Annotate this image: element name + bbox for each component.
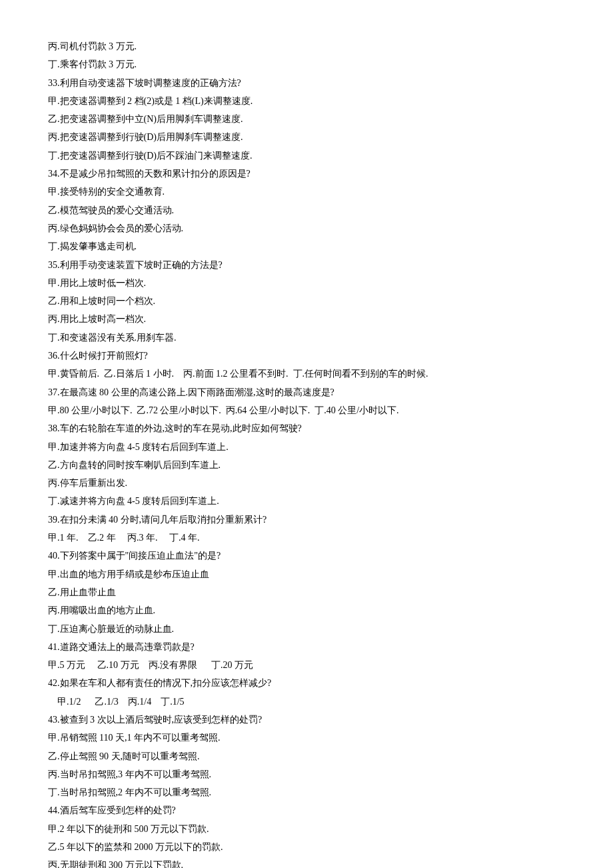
text-line: 38.车的右轮胎在车道的外边,这时的车在晃动,此时应如何驾驶?: [48, 419, 565, 437]
text-line: 甲.把变速器调整到 2 档(2)或是 1 档(L)来调整速度.: [48, 92, 565, 110]
text-line: 丙.司机付罚款 3 万元.: [48, 37, 565, 55]
text-line: 甲.用比上坡时低一档次.: [48, 274, 565, 292]
text-line: 丙.绿色妈妈协会会员的爱心活动.: [48, 219, 565, 237]
text-line: 甲.黄昏前后. 乙.日落后 1 小时. 丙.前面 1.2 公里看不到时. 丁.任…: [48, 365, 565, 383]
text-line: 甲.出血的地方用手绢或是纱布压迫止血: [48, 565, 565, 583]
text-line: 丙.把变速器调整到行驶(D)后用脚刹车调整速度.: [48, 128, 565, 146]
text-line: 乙.模范驾驶员的爱心交通活动.: [48, 201, 565, 219]
text-line: 39.在扣分未满 40 分时,请问几年后取消扣分重新累计?: [48, 511, 565, 529]
document-content: 丙.司机付罚款 3 万元.丁.乘客付罚款 3 万元.33.利用自动变速器下坡时调…: [48, 37, 565, 868]
text-line: 甲.吊销驾照 110 天,1 年内不可以重考驾照.: [48, 729, 565, 747]
text-line: 乙.用和上坡时同一个档次.: [48, 292, 565, 310]
text-line: 丙.停车后重新出发.: [48, 474, 565, 492]
text-line: 40.下列答案中属于"间接压迫止血法"的是?: [48, 547, 565, 565]
text-line: 丁.当时吊扣驾照,2 年内不可以重考驾照.: [48, 783, 565, 801]
text-line: 甲.1/2 乙.1/3 丙.1/4 丁.1/5: [48, 693, 565, 711]
text-line: 42.如果在车和人都有责任的情况下,扣分应该怎样减少?: [48, 674, 565, 692]
text-line: 34.不是减少吊扣驾照的天数和累计扣分的原因是?: [48, 165, 565, 183]
text-line: 丁.减速并将方向盘 4-5 度转后回到车道上.: [48, 492, 565, 510]
text-line: 甲.5 万元 乙.10 万元 丙.没有界限 丁.20 万元: [48, 656, 565, 674]
text-line: 41.道路交通法上的最高违章罚款是?: [48, 638, 565, 656]
text-line: 甲.加速并将方向盘 4-5 度转右后回到车道上.: [48, 438, 565, 456]
text-line: 37.在最高速 80 公里的高速公路上.因下雨路面潮湿,这时的最高速度是?: [48, 383, 565, 401]
text-line: 丁.和变速器没有关系.用刹车器.: [48, 329, 565, 347]
text-line: 甲.80 公里/小时以下. 乙.72 公里/小时以下. 丙.64 公里/小时以下…: [48, 401, 565, 419]
text-line: 甲.1 年. 乙.2 年 丙.3 年. 丁.4 年.: [48, 529, 565, 547]
text-line: 43.被查到 3 次以上酒后驾驶时,应该受到怎样的处罚?: [48, 711, 565, 729]
document-page: 丙.司机付罚款 3 万元.丁.乘客付罚款 3 万元.33.利用自动变速器下坡时调…: [0, 0, 613, 868]
text-line: 丁.乘客付罚款 3 万元.: [48, 55, 565, 73]
text-line: 乙.5 年以下的监禁和 2000 万元以下的罚款.: [48, 838, 565, 856]
text-line: 甲.接受特别的安全交通教育.: [48, 183, 565, 201]
text-line: 35.利用手动变速装置下坡时正确的方法是?: [48, 256, 565, 274]
text-line: 丙.当时吊扣驾照,3 年内不可以重考驾照.: [48, 765, 565, 783]
text-line: 丙.用比上坡时高一档次.: [48, 310, 565, 328]
text-line: 乙.停止驾照 90 天,随时可以重考驾照.: [48, 747, 565, 765]
text-line: 乙.把变速器调整到中立(N)后用脚刹车调整速度.: [48, 110, 565, 128]
text-line: 甲.2 年以下的徒刑和 500 万元以下罚款.: [48, 820, 565, 838]
text-line: 乙.方向盘转的同时按车喇叭后回到车道上.: [48, 456, 565, 474]
text-line: 丙.用嘴吸出血的地方止血.: [48, 601, 565, 619]
text-line: 乙.用止血带止血: [48, 583, 565, 601]
text-line: 丁.压迫离心脏最近的动脉止血.: [48, 620, 565, 638]
text-line: 33.利用自动变速器下坡时调整速度的正确方法?: [48, 74, 565, 92]
text-line: 丁.把变速器调整到行驶(D)后不踩油门来调整速度.: [48, 147, 565, 165]
text-line: 36.什么时候打开前照灯?: [48, 347, 565, 365]
text-line: 44.酒后驾车应受到怎样的处罚?: [48, 801, 565, 819]
text-line: 丁.揭发肇事逃走司机.: [48, 237, 565, 255]
text-line: 丙.无期徒刑和 300 万元以下罚款.: [48, 856, 565, 868]
